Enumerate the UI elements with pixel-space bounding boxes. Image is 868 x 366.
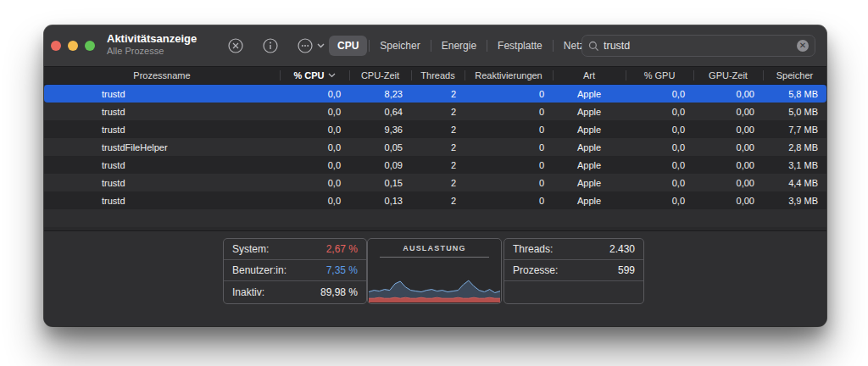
cell-prozessname: trustd bbox=[44, 160, 280, 170]
cell--cpu: 0,0 bbox=[280, 142, 349, 152]
column-header-prozessname[interactable]: Prozessname bbox=[44, 67, 280, 84]
cell-art: Apple bbox=[553, 196, 626, 206]
cell-cpu-zeit: 0,15 bbox=[349, 178, 411, 188]
tab-separator bbox=[487, 40, 487, 52]
column-header-art[interactable]: Art bbox=[553, 67, 626, 84]
column-header-reaktivierungen[interactable]: Reaktivierungen bbox=[465, 67, 553, 84]
cell-reaktivierungen: 0 bbox=[465, 142, 553, 152]
cell--cpu: 0,0 bbox=[280, 107, 349, 117]
cell-cpu-zeit: 0,64 bbox=[349, 107, 411, 117]
column-label: CPU-Zeit bbox=[361, 70, 399, 80]
cell-speicher: 4,4 MB bbox=[763, 178, 826, 188]
column-label: % CPU bbox=[293, 70, 324, 80]
search-field[interactable]: ✕ bbox=[581, 35, 815, 57]
cell-gpu-zeit: 0,00 bbox=[693, 89, 763, 99]
cell-speicher: 5,8 MB bbox=[763, 89, 826, 99]
cell-art: Apple bbox=[553, 107, 626, 117]
process-row[interactable]: trustdFileHelper0,00,0520Apple0,00,002,8… bbox=[44, 138, 826, 156]
search-icon bbox=[588, 41, 599, 52]
tab-energie[interactable]: Energie bbox=[433, 36, 485, 56]
cpu-stat-value: 89,98 % bbox=[320, 286, 358, 298]
clear-search-icon[interactable]: ✕ bbox=[797, 40, 809, 52]
sort-chevron-icon bbox=[328, 73, 336, 78]
cell-cpu-zeit: 8,23 bbox=[349, 89, 411, 99]
window-subtitle: Alle Prozesse bbox=[107, 46, 197, 58]
cpu-stat-row: Benutzer:in:7,35 % bbox=[224, 260, 366, 281]
column-label: % GPU bbox=[644, 70, 676, 80]
stop-process-icon[interactable] bbox=[227, 37, 244, 54]
tab-cpu[interactable]: CPU bbox=[329, 36, 367, 56]
cell-reaktivierungen: 0 bbox=[465, 125, 553, 135]
window-title: Aktivitätsanzeige bbox=[107, 32, 197, 46]
column-header-gpu-zeit[interactable]: GPU-Zeit bbox=[693, 67, 763, 84]
cell-threads: 2 bbox=[411, 178, 465, 188]
tab-festplatte[interactable]: Festplatte bbox=[489, 36, 551, 56]
cell-speicher: 3,9 MB bbox=[763, 196, 826, 206]
column-header-threads[interactable]: Threads bbox=[411, 67, 465, 84]
cell-prozessname: trustdFileHelper bbox=[44, 142, 280, 152]
cell-threads: 2 bbox=[411, 125, 465, 135]
process-row[interactable]: trustd0,00,0920Apple0,00,003,1 MB bbox=[44, 156, 826, 174]
cell--gpu: 0,0 bbox=[626, 196, 693, 206]
zoom-button[interactable] bbox=[85, 41, 95, 51]
column-header-cpu-zeit[interactable]: CPU-Zeit bbox=[349, 67, 411, 84]
cell-prozessname: trustd bbox=[44, 196, 280, 206]
cell-reaktivierungen: 0 bbox=[465, 196, 553, 206]
column-header--gpu[interactable]: % GPU bbox=[626, 67, 693, 84]
count-stat-value: 599 bbox=[618, 264, 635, 276]
cpu-stat-label: Benutzer:in: bbox=[232, 264, 287, 276]
cell--gpu: 0,0 bbox=[626, 142, 693, 152]
cell-art: Apple bbox=[553, 125, 626, 135]
column-label: Art bbox=[583, 70, 595, 80]
process-row[interactable]: trustd0,09,3620Apple0,00,007,7 MB bbox=[44, 120, 826, 138]
chart-divider bbox=[380, 257, 489, 258]
cell--gpu: 0,0 bbox=[626, 178, 693, 188]
process-row[interactable]: trustd0,00,6420Apple0,00,005,0 MB bbox=[44, 103, 826, 120]
cell-cpu-zeit: 0,05 bbox=[349, 142, 411, 152]
title-block: Aktivitätsanzeige Alle Prozesse bbox=[107, 32, 197, 58]
footer-panel: System:2,67 %Benutzer:in:7,35 %Inaktiv:8… bbox=[44, 230, 826, 326]
cell-prozessname: trustd bbox=[44, 107, 280, 117]
cell-prozessname: trustd bbox=[44, 178, 280, 188]
close-button[interactable] bbox=[51, 41, 61, 51]
cell-gpu-zeit: 0,00 bbox=[693, 178, 763, 188]
column-header--cpu[interactable]: % CPU bbox=[280, 67, 349, 84]
cpu-load-graph: AUSLASTUNG bbox=[367, 238, 502, 304]
cell-cpu-zeit: 0,09 bbox=[349, 160, 411, 170]
cpu-stat-value: 7,35 % bbox=[326, 264, 358, 276]
search-input[interactable] bbox=[604, 40, 797, 52]
cell-threads: 2 bbox=[411, 196, 465, 206]
process-row[interactable]: trustd0,08,2320Apple0,00,005,8 MB bbox=[44, 85, 826, 103]
column-label: Prozessname bbox=[133, 70, 190, 80]
cell-art: Apple bbox=[553, 160, 626, 170]
cell-speicher: 3,1 MB bbox=[763, 160, 826, 170]
empty-row bbox=[44, 209, 826, 227]
column-label: Threads bbox=[420, 70, 454, 80]
cell--cpu: 0,0 bbox=[280, 125, 349, 135]
activity-monitor-window: Aktivitätsanzeige Alle Prozesse bbox=[44, 25, 826, 326]
cell-reaktivierungen: 0 bbox=[465, 160, 553, 170]
inspect-info-icon[interactable] bbox=[262, 37, 279, 54]
cell--gpu: 0,0 bbox=[626, 160, 693, 170]
cell-prozessname: trustd bbox=[44, 89, 280, 99]
cell--cpu: 0,0 bbox=[280, 178, 349, 188]
cell--gpu: 0,0 bbox=[626, 89, 693, 99]
cell-reaktivierungen: 0 bbox=[465, 107, 553, 117]
tab-speicher[interactable]: Speicher bbox=[371, 36, 428, 56]
cell-threads: 2 bbox=[411, 89, 465, 99]
cell-speicher: 7,7 MB bbox=[763, 125, 826, 135]
process-row[interactable]: trustd0,00,1520Apple0,00,004,4 MB bbox=[44, 174, 826, 191]
more-options-icon[interactable] bbox=[297, 37, 325, 54]
count-stat-label: Threads: bbox=[513, 243, 553, 255]
minimize-button[interactable] bbox=[68, 41, 78, 51]
titlebar: Aktivitätsanzeige Alle Prozesse bbox=[44, 25, 826, 66]
cell-prozessname: trustd bbox=[44, 125, 280, 135]
cell--cpu: 0,0 bbox=[280, 196, 349, 206]
tab-separator bbox=[369, 40, 370, 52]
cell-cpu-zeit: 9,36 bbox=[349, 125, 411, 135]
column-label: GPU-Zeit bbox=[709, 70, 748, 80]
process-row[interactable]: trustd0,00,1320Apple0,00,003,9 MB bbox=[44, 191, 826, 209]
cell-art: Apple bbox=[553, 178, 626, 188]
column-header-speicher[interactable]: Speicher bbox=[763, 67, 826, 84]
cell-reaktivierungen: 0 bbox=[465, 178, 553, 188]
